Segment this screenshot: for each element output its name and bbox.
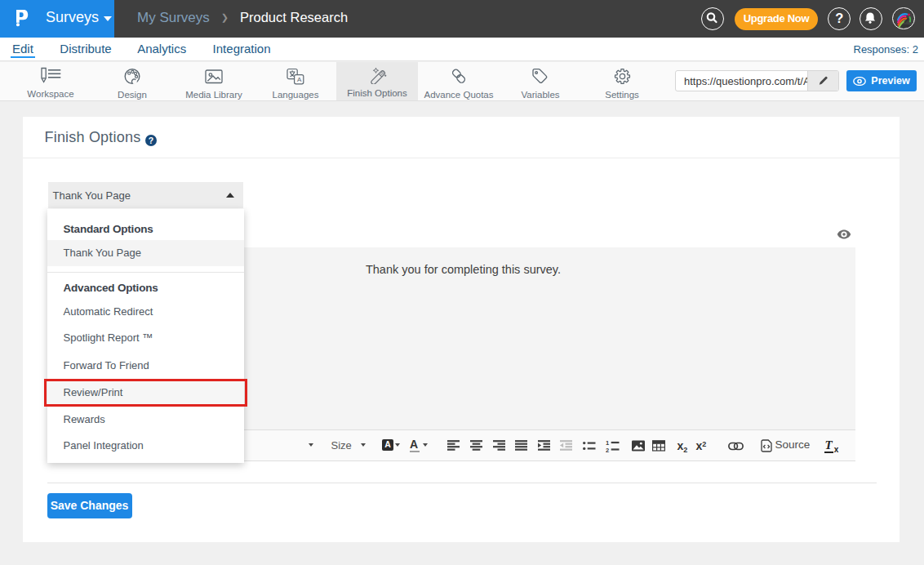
svg-text:2: 2	[606, 446, 609, 452]
svg-text:A: A	[297, 76, 302, 83]
svg-text:1: 1	[606, 439, 609, 447]
